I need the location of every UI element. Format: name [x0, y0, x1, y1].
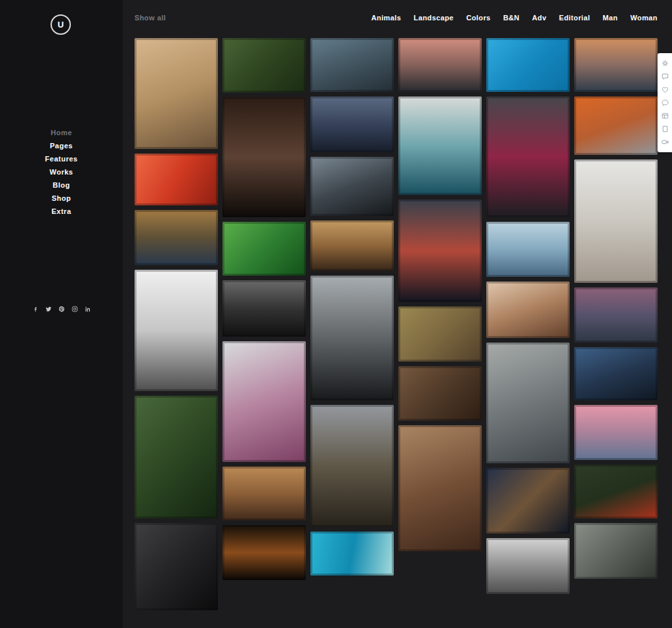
photo-flamingos[interactable]: [135, 154, 218, 205]
photo-blue-headwrap-portrait[interactable]: [486, 38, 570, 92]
photo-woman-sitting-on-bed[interactable]: [486, 343, 570, 463]
photo-highland-waterfall[interactable]: [310, 405, 394, 527]
filter-show-all[interactable]: Show all: [135, 14, 166, 22]
filter-categories: AnimalsLandscapeColorsB&NAdvEditorialMan…: [371, 14, 658, 22]
social-links: [0, 306, 123, 312]
photo-red-jacket-hiker[interactable]: [574, 465, 658, 518]
comment-icon[interactable]: [661, 72, 669, 81]
instagram-icon[interactable]: [72, 306, 78, 312]
nav-item-features[interactable]: Features: [0, 152, 123, 165]
photo-brown-hawk[interactable]: [398, 306, 482, 362]
photo-man-magenta-sweater[interactable]: [486, 96, 570, 217]
logo[interactable]: U: [51, 14, 71, 35]
facebook-icon[interactable]: [32, 306, 39, 312]
photo-bw-rocky-coast[interactable]: [486, 538, 570, 594]
photo-dark-woman-portrait[interactable]: [135, 523, 218, 610]
filter-man[interactable]: Man: [602, 14, 618, 22]
filter-bar: Show all AnimalsLandscapeColorsB&NAdvEdi…: [135, 14, 658, 22]
photo-dog-profile[interactable]: [486, 468, 570, 534]
logo-letter: U: [58, 20, 64, 30]
photo-girl-striped-top[interactable]: [398, 425, 482, 551]
photo-stormy-pebble-shore[interactable]: [310, 276, 394, 400]
photo-bw-cat-closeup[interactable]: [222, 280, 306, 337]
photo-purple-hair-profile[interactable]: [222, 341, 306, 462]
gallery-column-3: [310, 38, 394, 576]
photo-deer-in-snow[interactable]: [574, 159, 658, 283]
filter-editorial[interactable]: Editorial: [559, 14, 591, 22]
nav-item-works[interactable]: Works: [0, 165, 123, 178]
side-toolbar: [658, 53, 672, 152]
photo-red-eyed-tree-frog[interactable]: [222, 222, 306, 276]
photo-lioness-yawning[interactable]: [310, 220, 394, 271]
nav-item-extra[interactable]: Extra: [0, 205, 123, 218]
photo-blonde-woman-in-water[interactable]: [398, 96, 482, 195]
filter-landscape[interactable]: Landscape: [413, 14, 453, 22]
photo-sunset-highway[interactable]: [398, 38, 482, 92]
photo-woman-white-tank[interactable]: [222, 38, 306, 93]
photo-sand-dunes[interactable]: [135, 38, 218, 149]
nav-item-home[interactable]: Home: [0, 126, 123, 139]
photo-girl-window-portrait[interactable]: [310, 38, 394, 92]
twitter-icon[interactable]: [45, 306, 52, 312]
filter-animals[interactable]: Animals: [371, 14, 402, 22]
gallery: [135, 38, 658, 610]
photo-misty-blue-mountains[interactable]: [310, 96, 394, 152]
gallery-column-6: [574, 38, 658, 579]
heart-icon[interactable]: [661, 85, 669, 94]
video-camera-icon[interactable]: [661, 138, 669, 146]
filter-colors[interactable]: Colors: [466, 14, 490, 22]
gallery-column-4: [398, 38, 482, 551]
gear-icon[interactable]: [661, 59, 669, 68]
gallery-column-2: [222, 38, 306, 580]
nav-item-blog[interactable]: Blog: [0, 178, 123, 192]
portrait-frame-icon[interactable]: [661, 125, 669, 133]
photo-woman-hands-on-face[interactable]: [398, 366, 482, 421]
photo-half-dome-twilight[interactable]: [574, 347, 658, 400]
photo-orange-hair-woman[interactable]: [574, 96, 658, 155]
nav-item-shop[interactable]: Shop: [0, 192, 123, 205]
chat-icon[interactable]: [661, 98, 669, 107]
photo-turquoise-aerial-sea[interactable]: [310, 532, 394, 576]
filter-b-n[interactable]: B&N: [503, 14, 520, 22]
photo-coastal-dusk[interactable]: [574, 38, 658, 92]
pinterest-icon[interactable]: [58, 306, 65, 312]
photo-frozen-waterfall[interactable]: [486, 222, 570, 277]
photo-glacier-river-dusk[interactable]: [574, 287, 658, 343]
sidebar-nav: HomePagesFeaturesWorksBlogShopExtra: [0, 126, 123, 218]
photo-driftwood-roots[interactable]: [574, 523, 658, 579]
nav-item-pages[interactable]: Pages: [0, 139, 123, 152]
photo-bw-man-portrait[interactable]: [135, 270, 218, 391]
sidebar: U HomePagesFeaturesWorksBlogShopExtra: [0, 0, 123, 628]
gallery-column-1: [135, 38, 218, 610]
photo-elderly-man-beard[interactable]: [222, 97, 306, 217]
filter-adv[interactable]: Adv: [532, 14, 547, 22]
photo-crimson-cloudscape[interactable]: [398, 199, 482, 302]
photo-brown-rabbit[interactable]: [222, 467, 306, 520]
photo-pink-sunset-beach[interactable]: [574, 405, 658, 460]
photo-fox-in-dark[interactable]: [222, 525, 306, 580]
photo-bearded-man-warm-light[interactable]: [486, 282, 570, 338]
linkedin-icon[interactable]: [85, 306, 91, 312]
photo-mountain-lake-reflection[interactable]: [135, 210, 218, 265]
filter-woman[interactable]: Woman: [630, 14, 658, 22]
grid-window-icon[interactable]: [661, 112, 669, 120]
photo-woman-in-black[interactable]: [310, 157, 394, 216]
gallery-column-5: [486, 38, 570, 594]
photo-squirrel-on-branch[interactable]: [135, 396, 218, 518]
